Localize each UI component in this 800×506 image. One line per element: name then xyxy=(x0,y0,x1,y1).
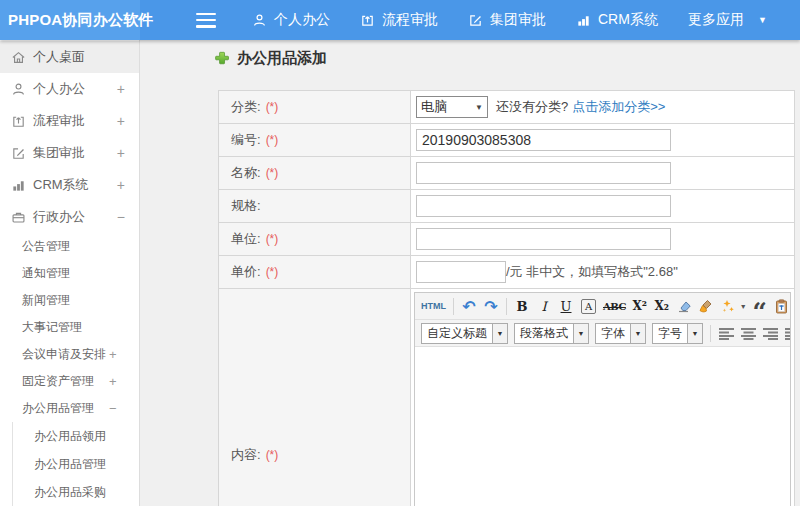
top-header: PHPOA协同办公软件 个人办公 流程审批 集团审批 CRM系统 更多应用 xyxy=(0,0,800,40)
sidebar-item-notice-mgmt[interactable]: 通知管理 xyxy=(0,260,139,287)
expand-plus-icon[interactable]: + xyxy=(109,374,117,389)
clean-format-button[interactable] xyxy=(696,295,716,317)
sidebar-item-admin-office[interactable]: 行政办公 − xyxy=(0,201,139,233)
form-row-code: 编号: (*) xyxy=(219,124,794,157)
required-mark: (*) xyxy=(266,265,279,279)
required-mark: (*) xyxy=(266,133,279,147)
sidebar: 个人桌面 个人办公 + 流程审批 + 集团审批 + CRM系统 + 行政办公 − xyxy=(0,40,140,506)
category-hint: 还没有分类? xyxy=(496,98,568,116)
expand-plus-icon[interactable]: + xyxy=(109,347,117,362)
field-value: 电脑 ▼ 还没有分类? 点击添加分类>> xyxy=(411,91,794,123)
form-row-price: 单价: (*) /元 非中文，如填写格式"2.68" xyxy=(219,256,794,289)
sidebar-item-news-mgmt[interactable]: 新闻管理 xyxy=(0,287,139,314)
nav-workflow-approval[interactable]: 流程审批 xyxy=(360,11,438,29)
required-mark: (*) xyxy=(266,100,279,114)
spec-input[interactable] xyxy=(416,195,671,217)
underline-button[interactable]: U xyxy=(556,295,576,317)
bold-button[interactable]: B xyxy=(512,295,532,317)
label-text: 规格: xyxy=(231,197,261,215)
superscript-button[interactable]: X² xyxy=(630,295,650,317)
sidebar-item-personal-office[interactable]: 个人办公 + xyxy=(0,73,139,105)
category-select[interactable]: 电脑 ▼ xyxy=(416,96,488,118)
strikethrough-button[interactable]: ABC xyxy=(601,295,628,317)
sidebar-item-label: 办公用品领用 xyxy=(34,428,106,445)
custom-heading-select[interactable]: 自定义标题 ▼ xyxy=(421,323,508,344)
align-center-button[interactable] xyxy=(738,322,758,344)
name-input[interactable] xyxy=(416,162,671,184)
subscript-button[interactable]: X₂ xyxy=(652,295,672,317)
undo-button[interactable]: ↶ xyxy=(459,295,479,317)
editor-content-area[interactable] xyxy=(415,347,790,506)
nav-more-apps[interactable]: 更多应用 ▼ xyxy=(688,11,767,29)
hamburger-menu-icon[interactable] xyxy=(196,13,216,28)
nav-label: 流程审批 xyxy=(382,11,438,29)
select-label: 段落格式 xyxy=(515,325,573,342)
label-text: 分类: xyxy=(231,98,261,116)
sidebar-item-fixed-assets-mgmt[interactable]: 固定资产管理 + xyxy=(0,368,139,395)
sidebar-item-personal-desktop[interactable]: 个人桌面 xyxy=(0,41,139,73)
sidebar-item-crm-system[interactable]: CRM系统 + xyxy=(0,169,139,201)
italic-button[interactable]: I xyxy=(534,295,554,317)
html-source-button[interactable]: HTML xyxy=(419,295,448,317)
font-family-select[interactable]: 字体 ▼ xyxy=(595,323,646,344)
sidebar-item-label: 办公用品管理 xyxy=(34,456,106,473)
unit-input[interactable] xyxy=(416,228,671,250)
font-size-select[interactable]: 字号 ▼ xyxy=(652,323,703,344)
sidebar-item-label: 行政办公 xyxy=(33,208,85,226)
select-label: 自定义标题 xyxy=(422,325,492,342)
sidebar-item-supplies-purchase[interactable]: 办公用品采购 xyxy=(13,478,139,506)
sidebar-item-label: 会议申请及安排 xyxy=(22,346,106,363)
expand-plus-icon[interactable]: + xyxy=(117,81,125,97)
editor-toolbar-row-2: 自定义标题 ▼ 段落格式 ▼ 字体 ▼ 字号 ▼ xyxy=(415,320,790,347)
blockquote-button[interactable]: “ xyxy=(750,295,770,317)
nav-crm-system[interactable]: CRM系统 xyxy=(576,11,658,29)
sidebar-item-meeting-request[interactable]: 会议申请及安排 + xyxy=(0,341,139,368)
align-right-button[interactable] xyxy=(760,322,780,344)
sidebar-item-office-supplies-mgmt[interactable]: 办公用品管理 − xyxy=(0,395,139,422)
sidebar-item-supplies-manage[interactable]: 办公用品管理 xyxy=(13,450,139,478)
sidebar-nested-group: 办公用品领用 办公用品管理 办公用品采购 xyxy=(12,422,139,506)
nav-personal-office[interactable]: 个人办公 xyxy=(252,11,330,29)
sidebar-item-group-approval[interactable]: 集团审批 + xyxy=(0,137,139,169)
field-label: 编号: (*) xyxy=(219,124,411,156)
workflow-approval-icon xyxy=(10,113,26,129)
toolbar-divider xyxy=(506,298,507,315)
form-row-content: 内容: (*) HTML ↶ ↷ B I U A ABC xyxy=(219,289,794,506)
redo-button[interactable]: ↷ xyxy=(481,295,501,317)
nav-label: CRM系统 xyxy=(598,11,658,29)
remove-format-button[interactable] xyxy=(674,295,694,317)
logo-block[interactable]: PHPOA协同办公软件 xyxy=(0,0,140,40)
align-left-button[interactable] xyxy=(716,322,736,344)
caret-down-icon: ▼ xyxy=(475,103,483,112)
sidebar-item-label: 新闻管理 xyxy=(22,292,106,309)
sidebar-item-events-mgmt[interactable]: 大事记管理 xyxy=(0,314,139,341)
add-category-link[interactable]: 点击添加分类>> xyxy=(572,98,665,116)
magic-wand-icon xyxy=(720,299,735,314)
caret-down-icon[interactable]: ▼ xyxy=(740,303,747,310)
form-row-name: 名称: (*) xyxy=(219,157,794,190)
sidebar-item-workflow-approval[interactable]: 流程审批 + xyxy=(0,105,139,137)
collapse-minus-icon[interactable]: − xyxy=(109,401,117,416)
caret-down-icon: ▼ xyxy=(573,324,588,343)
price-input[interactable] xyxy=(416,261,506,283)
nav-group-approval[interactable]: 集团审批 xyxy=(468,11,546,29)
auto-typeset-button[interactable] xyxy=(718,295,738,317)
expand-plus-icon[interactable]: + xyxy=(117,145,125,161)
collapse-minus-icon[interactable]: − xyxy=(117,209,125,225)
required-mark: (*) xyxy=(266,232,279,246)
person-icon xyxy=(252,13,267,28)
expand-plus-icon[interactable]: + xyxy=(117,177,125,193)
code-input[interactable] xyxy=(416,129,671,151)
sidebar-item-announcement-mgmt[interactable]: 公告管理 xyxy=(0,233,139,260)
expand-plus-icon[interactable]: + xyxy=(117,113,125,129)
field-label: 名称: (*) xyxy=(219,157,411,189)
field-value: HTML ↶ ↷ B I U A ABC X² X₂ xyxy=(411,289,794,506)
align-justify-button[interactable] xyxy=(782,322,790,344)
sidebar-item-supplies-claim[interactable]: 办公用品领用 xyxy=(13,422,139,450)
app-logo: PHPOA协同办公软件 xyxy=(8,11,154,30)
paste-text-button[interactable] xyxy=(772,295,790,317)
font-style-button[interactable]: A xyxy=(581,299,596,314)
eraser-icon xyxy=(676,299,692,314)
brush-icon xyxy=(698,299,713,314)
paragraph-format-select[interactable]: 段落格式 ▼ xyxy=(514,323,589,344)
